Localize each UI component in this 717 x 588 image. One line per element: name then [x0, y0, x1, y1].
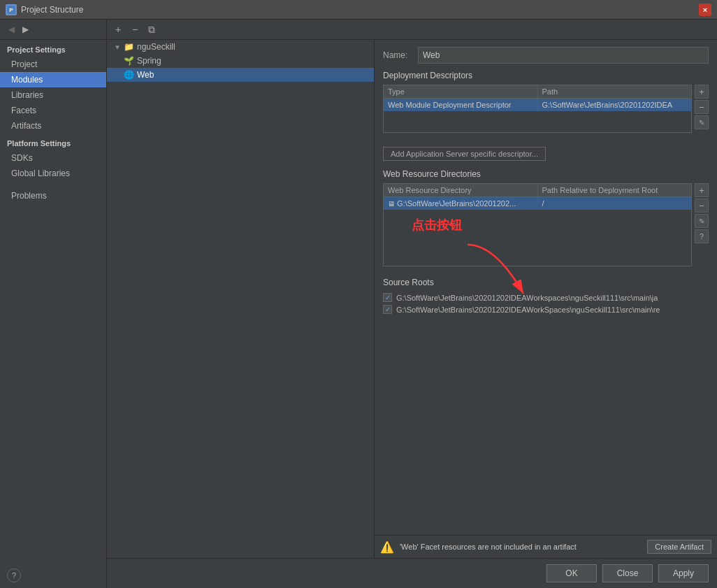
remove-module-button[interactable]: − [128, 22, 142, 36]
web-dir-header: Web Resource Directory [384, 184, 538, 196]
tree-toolbar: + − ⧉ [107, 20, 717, 40]
module-tree: ▼ 📁 nguSeckill 🌱 Spring 🌐 Web [107, 40, 375, 82]
help-button[interactable]: ? [7, 568, 21, 582]
close-button[interactable]: × [699, 3, 711, 16]
title-bar: P Project Structure × [0, 0, 717, 20]
copy-module-button[interactable]: ⧉ [145, 22, 159, 36]
web-resource-edit-button[interactable]: ✎ [695, 214, 709, 228]
deployment-type-header: Type [384, 85, 538, 98]
web-resource-remove-button[interactable]: − [695, 199, 709, 213]
nav-forward-button[interactable]: ▶ [20, 24, 31, 35]
warning-text: 'Web' Facet resources are not included i… [400, 543, 642, 551]
tree-expand-icon: ▼ [114, 43, 121, 51]
web-path-cell: / [538, 197, 692, 210]
bottom-buttons: OK Close Apply [107, 558, 717, 588]
source-root-path-2: G:\SoftWare\JetBrains\20201202IDEAWorkSp… [396, 306, 660, 314]
svg-text:P: P [9, 7, 13, 13]
add-descriptor-button[interactable]: Add Application Server specific descript… [383, 147, 546, 161]
sidebar-item-problems[interactable]: Problems [0, 188, 106, 203]
web-resource-help-button[interactable]: ? [695, 229, 709, 243]
sidebar-item-global-libraries[interactable]: Global Libraries [0, 166, 106, 181]
web-resource-add-button[interactable]: + [695, 183, 709, 197]
deployment-add-button[interactable]: + [695, 85, 709, 99]
ok-button[interactable]: OK [546, 564, 597, 582]
deployment-descriptors-title: Deployment Descriptors [383, 71, 709, 80]
table-row[interactable]: Web Module Deployment Descriptor G:\Soft… [384, 99, 691, 111]
web-path-header: Path Relative to Deployment Root [538, 184, 692, 196]
window-title: Project Structure [21, 5, 83, 15]
project-settings-label: Project Settings [0, 40, 106, 57]
source-root-row-2: ✓ G:\SoftWare\JetBrains\20201202IDEAWork… [383, 303, 709, 315]
left-tree-panel: ▼ 📁 nguSeckill 🌱 Spring 🌐 Web [107, 40, 375, 558]
sidebar-item-libraries[interactable]: Libraries [0, 87, 106, 103]
right-content: Name: Deployment Descriptors Type Path [375, 40, 717, 535]
main-container: ◀ ▶ Project Settings Project Modules Lib… [0, 20, 717, 588]
web-icon: 🌐 [124, 70, 134, 80]
deployment-type-cell: Web Module Deployment Descriptor [384, 99, 538, 111]
source-root-checkbox-1[interactable]: ✓ [383, 293, 392, 302]
add-module-button[interactable]: + [111, 22, 125, 36]
nav-back-button[interactable]: ◀ [6, 24, 17, 35]
close-dialog-button[interactable]: Close [602, 564, 653, 582]
tree-web-item[interactable]: 🌐 Web [107, 68, 374, 82]
name-input[interactable] [418, 47, 709, 64]
app-icon: P [6, 4, 17, 15]
source-root-row-1: ✓ G:\SoftWare\JetBrains\20201202IDEAWork… [383, 292, 709, 303]
deployment-table: Type Path Web Module Deployment Descript… [383, 85, 692, 133]
web-resource-table: Web Resource Directory Path Relative to … [383, 183, 692, 266]
name-label: Name: [383, 50, 418, 60]
web-resource-actions: + − ✎ ? [695, 183, 709, 243]
deployment-edit-button[interactable]: ✎ [695, 115, 709, 129]
right-panel: Name: Deployment Descriptors Type Path [375, 40, 717, 558]
sidebar-item-project[interactable]: Project [0, 57, 106, 72]
sidebar-nav: ◀ ▶ [0, 20, 106, 40]
sidebar-item-facets[interactable]: Facets [0, 103, 106, 118]
sidebar-bottom: ? [0, 563, 106, 588]
folder-icon: 📁 [124, 42, 134, 52]
content-area: + − ⧉ ▼ 📁 nguSeckill 🌱 Spring [107, 20, 717, 588]
sidebar-item-artifacts[interactable]: Artifacts [0, 118, 106, 134]
title-bar-left: P Project Structure [6, 4, 83, 15]
web-dir-cell: 🖥 G:\SoftWare\JetBrains\20201202... [384, 197, 538, 210]
web-resource-title: Web Resource Directories [383, 169, 709, 179]
name-field-row: Name: [383, 47, 709, 64]
tree-spring-item[interactable]: 🌱 Spring [107, 54, 374, 68]
deployment-remove-button[interactable]: − [695, 100, 709, 114]
deployment-table-actions: + − ✎ [695, 85, 709, 129]
web-resource-row[interactable]: 🖥 G:\SoftWare\JetBrains\20201202... / [384, 197, 691, 210]
apply-button[interactable]: Apply [658, 564, 709, 582]
platform-settings-label: Platform Settings [0, 134, 106, 150]
warning-bar: ⚠️ 'Web' Facet resources are not include… [375, 535, 717, 558]
deployment-table-header: Type Path [384, 85, 691, 99]
sidebar-item-modules[interactable]: Modules [0, 72, 106, 87]
main-split: ▼ 📁 nguSeckill 🌱 Spring 🌐 Web [107, 40, 717, 558]
sidebar-item-sdks[interactable]: SDKs [0, 150, 106, 166]
spring-icon: 🌱 [124, 56, 134, 66]
deployment-path-cell: G:\SoftWare\JetBrains\20201202IDEA [538, 99, 692, 111]
source-root-path-1: G:\SoftWare\JetBrains\20201202IDEAWorksp… [396, 294, 658, 302]
warning-icon: ⚠️ [380, 540, 394, 554]
web-resource-table-header: Web Resource Directory Path Relative to … [384, 184, 691, 197]
sidebar: ◀ ▶ Project Settings Project Modules Lib… [0, 20, 107, 588]
create-artifact-button[interactable]: Create Artifact [647, 540, 711, 554]
source-root-checkbox-2[interactable]: ✓ [383, 305, 392, 314]
deployment-path-header: Path [538, 85, 692, 98]
source-roots-title: Source Roots [383, 278, 709, 287]
tree-root-item[interactable]: ▼ 📁 nguSeckill [107, 40, 374, 54]
chinese-annotation: 点击按钮 [412, 217, 462, 234]
